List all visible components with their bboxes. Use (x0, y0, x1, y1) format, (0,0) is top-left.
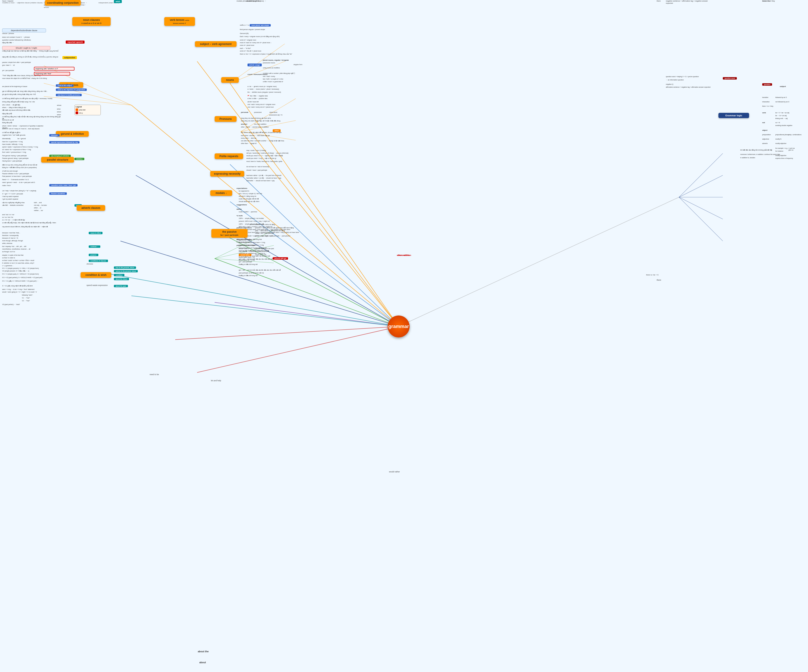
pron-one-after: one after the other / one after another … (241, 140, 284, 142)
gl-connective: connective (762, 0, 771, 2)
gl-intransitive: intransitive (762, 101, 770, 103)
passive-modal-be-past: modal + be + past participle (255, 232, 274, 234)
nc-ym-question: ym / yes question (2, 69, 14, 72)
modals-would-rather-flag: would rather (239, 254, 252, 256)
modals-could-not: could chú từ luyện chỗ đó thế (239, 198, 259, 200)
gi-need-gerund-need: need / gerund + need → to be + past part… (2, 181, 35, 183)
svg-line-9 (197, 326, 399, 373)
nouns-a-few-little: a few / a little → positive idea (247, 97, 267, 99)
there-label: there (657, 279, 661, 282)
topic-coordinating-conj: coordinating conjunction (45, 0, 81, 6)
nc-that-box: beginning with "that" (34, 72, 70, 75)
ps-either-or: either ... or (34, 207, 41, 209)
passive-present-danm: present → đánh tờ mà nó bởi nghĩa thực h… (255, 227, 294, 229)
passive-get-will: get + will → mũ tà tô bỏ, tiếu dài, tiêu… (239, 258, 272, 260)
gl-subject: subject (780, 85, 786, 88)
gl-modify-adjective: modify adjective (775, 142, 786, 144)
modals-% truth: % truth (237, 215, 243, 217)
nouns-one-each-every: one / each / every (263, 75, 275, 77)
passive-thuong-co: thường có điều đó trong nơi (239, 263, 257, 265)
svg-line-18 (44, 96, 132, 105)
cond-if-s-v1-v-past: If S + V1 (yặt), S + WOULD HAVE + V2 (pa… (2, 280, 38, 282)
passive-get-past-participle: get + past participle (239, 261, 252, 263)
passive-dung-mot: đừng một ít bỏi hướng, mặt tràng thái (237, 238, 262, 241)
passive-part-adj: particle adjectives (237, 227, 252, 229)
gl-adverb: adverb (762, 142, 768, 145)
cond-v3-past-perfect: V3 (past perfect) → "wish" (2, 303, 20, 306)
sv-there-be: there is / be + S = expression of place:… (240, 53, 292, 55)
nouns-possessive: possessive nouns (263, 62, 275, 64)
nouns-combining: combine with a number: phân đáng giúp ng… (263, 72, 295, 74)
nc-reported-speech: reported speech (66, 40, 85, 43)
ps-cau-truc: cấu trúc ngữ pháp về giống nhau (2, 202, 25, 204)
adj-goi-vo: gọi có thể dừng trước vật: dùng hoặc dừn… (2, 90, 48, 92)
passive-chi-co: chỉ có transitive verbs mới có bị động (250, 224, 275, 226)
cc-nay-adverb: nay adverb clausé đề trình, đừng đề phải… (2, 226, 48, 227)
gi-i-got-my-watch: I got my watch repaired (2, 198, 18, 200)
topic-verb-tenses: verb tenses verb-tenses.xmind ✔ (164, 17, 195, 26)
nc-long-text-2: dạng dến của đồng to, không có sử it ở n… (2, 56, 58, 58)
cond-about-future: about the future (114, 278, 129, 280)
adj-cha-thi-can: thử cha thi cá nữ (2, 119, 13, 121)
cond-would-were: would + were going to + V = might + V or… (2, 291, 37, 293)
gl-modify-n: modify N (775, 138, 781, 140)
ps-xau-thoi: xầu thời → fantastic connective (2, 204, 23, 206)
nouns-name: a / name → nouns (name + plural / necess… (247, 88, 279, 90)
topic-parallel-structure: parallel structure (41, 157, 74, 162)
cc-so-yet-for: so / so / but / for (2, 216, 13, 218)
ac-otherwise: otherwise (87, 263, 93, 265)
modals-present-100: present: 100% must / must = may + might … (239, 220, 270, 222)
nouns-using-nouns-as-modifiers: using nouns as modifiers (263, 67, 280, 69)
gl-information-question: → an information question (666, 79, 684, 81)
gl-negative-none: avoiding double negative (775, 124, 792, 126)
modals-should-abide: should abide với các sắc thêm (239, 201, 259, 202)
adj-where: where → dừng to đánh đứng lý vào (2, 107, 26, 109)
gl-negative-sentence: negative sentence + affirmative tag = ne… (666, 0, 710, 5)
topic-condition-wish: condition & wish (80, 272, 111, 278)
nc-should-ought: Should / ought to / might (2, 46, 50, 50)
about-label: about (199, 661, 206, 664)
cond-were-going: were + V-ing → to be + V-ing = "true" st… (2, 288, 34, 290)
adj-which: which (57, 114, 61, 116)
subtopic-nc-1: dependent/subordinate clause (2, 28, 46, 32)
gl-question-word: question word + helping V + S = yes/no q… (666, 75, 699, 78)
gl-be-bi-an-adj: be → bi + an adj (775, 115, 786, 117)
adj-whose-label: whose (57, 104, 61, 106)
pron-doing-they2: dùng they cho danh từ tập hợp, số ít hoặ… (241, 120, 280, 122)
gl-be-v-be-an: be + V + be + an adj (775, 112, 789, 114)
gi-x-get: X + get + Y + to inf = persuade (2, 193, 23, 195)
gl-preposition: preposition (762, 134, 771, 136)
ac-while-whereas: while, whereas (2, 242, 12, 244)
gl-there-isa: there + lo = they (762, 105, 773, 107)
cond-about-past: about the past (114, 285, 128, 287)
nc-whether-box: beginning with "whether or if" (34, 67, 75, 70)
cond-wish: wish (114, 0, 122, 3)
ac-v-y-gramm: v + y grammar ↓ (2, 265, 13, 267)
ac-so-that-can: so that / could / so that + so that + ở … (2, 259, 34, 261)
cc-ac-hl-nor: a c / hl / nor → 2 mệnh đề đối lập (2, 219, 25, 221)
gi-passive-gerund: Passive gerund: being + past participle (2, 157, 28, 159)
passive-get-past-part-lower: past participle cũ sử tờ từ mà mới mà (239, 272, 264, 274)
gi-of-with-too: of with too and enough (2, 170, 18, 172)
modal-phrase-models: modals phrase models (237, 0, 254, 2)
svg-line-10 (175, 326, 399, 339)
gi-need-v: Need + V → 5 demands another V is S (2, 179, 29, 181)
gi-sit-stand: sit / stand / lie + expression of time +… (2, 149, 31, 150)
spend-waste-label: spend waste expression (87, 284, 108, 287)
gl-transitive: transitive (762, 96, 768, 99)
modals-why-dont: why don't / đứng nang nùi (239, 195, 256, 197)
en-had-rather: had been rather = (có lẽ) → the past for… (246, 174, 281, 176)
passive-modal-have-been: modal + have been + past participle → pa… (255, 235, 290, 237)
topic-polite-requests: Polite requests (215, 154, 243, 159)
gl-prepositional-phrase: prepositional phrase (775, 134, 789, 135)
nc-subjunctive: subjunctive (62, 56, 77, 59)
gl-negative-q: negative Q (666, 83, 673, 85)
pron-stand-alone: stand alone (269, 111, 277, 113)
en-had-better: had better rather = (có lẽ) → should not… (246, 177, 281, 179)
adj-used-as-object-prep: used as the objective of a preposition (56, 89, 87, 91)
sv-suffix-s: suffix s / + s (240, 24, 249, 26)
sv-third-person: third person singular / present simple (240, 28, 265, 30)
svg-line-32 (679, 197, 723, 241)
gl-give-us: give us (788, 149, 793, 151)
en-should-not-have: had better → should not have been + pay (246, 180, 275, 182)
